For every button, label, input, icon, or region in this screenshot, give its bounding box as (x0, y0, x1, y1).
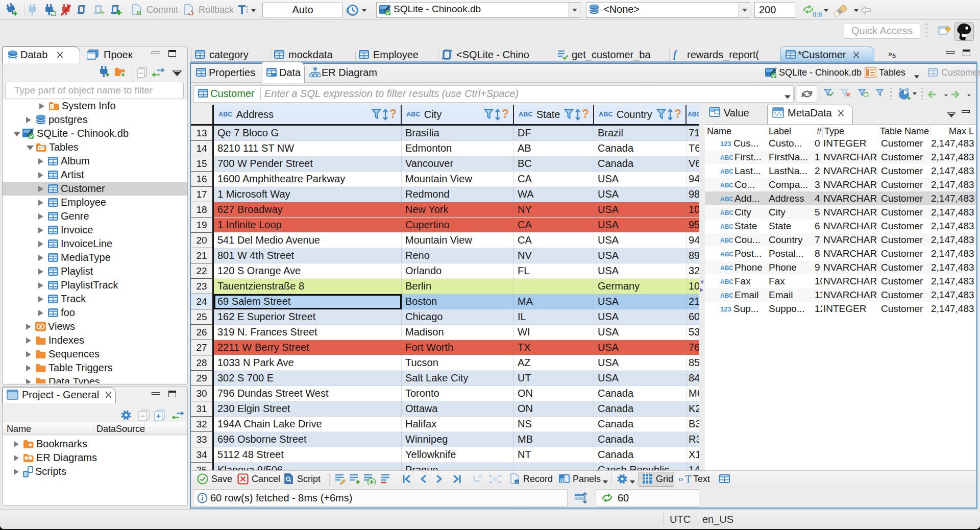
svg-text:123: 123 (720, 140, 731, 147)
svg-text:ABC: ABC (720, 154, 733, 161)
svg-text:T: T (685, 473, 692, 485)
svg-text:123: 123 (720, 305, 731, 312)
svg-text:ABC: ABC (720, 196, 733, 202)
svg-text:ABC: ABC (720, 278, 733, 285)
svg-text:i: i (516, 480, 517, 485)
svg-text:ABC: ABC (720, 251, 733, 257)
svg-text:f: f (673, 49, 678, 60)
svg-text:ABC: ABC (720, 223, 733, 230)
svg-text:ABC: ABC (720, 182, 733, 188)
svg-text:ABC: ABC (720, 264, 733, 271)
svg-text:i: i (51, 104, 53, 109)
svg-text:ABC: ABC (720, 209, 733, 216)
svg-text:‹›: ‹› (678, 475, 683, 483)
svg-text:((·)): ((·)) (813, 11, 822, 17)
svg-text:<>: <> (272, 73, 277, 78)
svg-text:ABC: ABC (720, 168, 733, 175)
svg-text:ABC: ABC (720, 237, 733, 244)
svg-text:ABC: ABC (720, 292, 733, 299)
